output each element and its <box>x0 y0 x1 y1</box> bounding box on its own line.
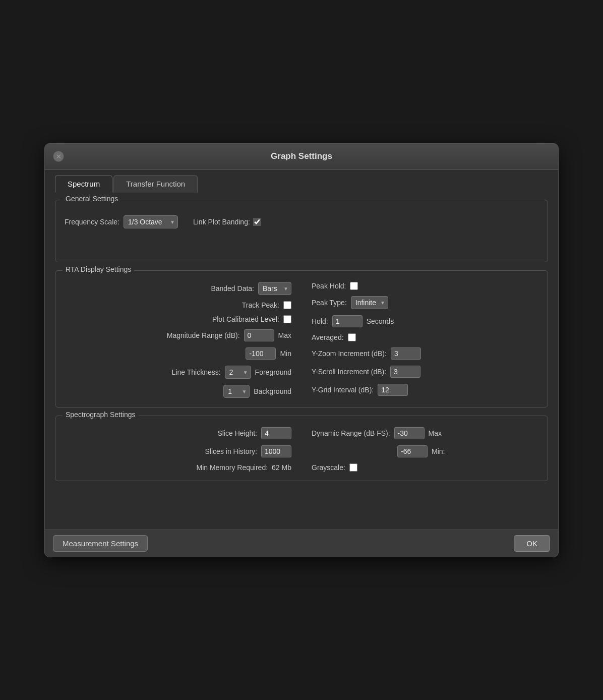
title-bar: ✕ Graph Settings <box>45 144 558 170</box>
magnitude-min-input[interactable] <box>246 347 276 360</box>
magnitude-range-label: Magnitude Range (dB): <box>167 331 240 339</box>
averaged-label: Averaged: <box>312 333 344 341</box>
magnitude-max-unit: Max <box>278 331 291 339</box>
line-thickness-fg-row: Line Thickness: 2 1 3 ▼ Foreground <box>65 366 291 379</box>
peak-type-select-container: Infinite Decay Hold ▼ <box>351 296 388 309</box>
averaged-row: Averaged: <box>312 333 538 341</box>
general-settings-title: General Settings <box>63 195 121 203</box>
banded-data-select-container: Bars Lines Dots ▼ <box>258 282 291 295</box>
spectrograph-settings-section: Spectrograph Settings Slice Height: Slic… <box>55 416 548 481</box>
line-thickness-bg-select[interactable]: 1 2 3 <box>223 385 250 398</box>
rta-settings-section: RTA Display Settings Banded Data: Bars L… <box>55 270 548 407</box>
peak-type-label: Peak Type: <box>312 299 347 307</box>
ok-button[interactable]: OK <box>514 535 550 552</box>
rta-settings-title: RTA Display Settings <box>63 265 134 273</box>
general-settings-row: Frequency Scale: 1/3 Octave 1/6 Octave 1… <box>65 211 538 232</box>
min-memory-label: Min Memory Required: <box>196 463 268 472</box>
plot-calibrated-row: Plot Calibrated Level: <box>65 315 291 323</box>
line-thickness-label: Line Thickness: <box>172 368 221 376</box>
banded-data-row: Banded Data: Bars Lines Dots ▼ <box>65 282 291 295</box>
dynamic-range-min-input[interactable] <box>397 445 428 457</box>
hold-label: Hold: <box>312 317 328 325</box>
peak-hold-label: Peak Hold: <box>312 282 346 290</box>
tab-spectrum[interactable]: Spectrum <box>55 175 112 193</box>
dynamic-range-max-input[interactable] <box>394 427 425 439</box>
y-grid-label: Y-Grid Interval (dB): <box>312 386 374 394</box>
plot-calibrated-label: Plot Calibrated Level: <box>212 315 279 323</box>
link-plot-banding-label: Link Plot Banding: <box>193 218 250 226</box>
y-scroll-input[interactable] <box>390 366 420 378</box>
dynamic-range-label: Dynamic Range (dB FS): <box>312 429 390 437</box>
y-grid-input[interactable] <box>378 384 408 396</box>
line-thickness-bg-label: Background <box>254 387 291 395</box>
magnitude-max-input[interactable] <box>244 329 274 341</box>
dynamic-range-min-row: Min: <box>312 445 538 457</box>
track-peak-row: Track Peak: <box>65 301 291 309</box>
peak-hold-row: Peak Hold: <box>312 282 538 290</box>
content-area: General Settings Frequency Scale: 1/3 Oc… <box>45 193 558 530</box>
line-thickness-fg-label: Foreground <box>255 368 291 376</box>
line-thickness-bg-select-container: 1 2 3 ▼ <box>223 385 250 398</box>
grayscale-checkbox[interactable] <box>349 463 357 472</box>
general-settings-section: General Settings Frequency Scale: 1/3 Oc… <box>55 200 548 262</box>
measurement-settings-button[interactable]: Measurement Settings <box>53 535 148 552</box>
track-peak-checkbox[interactable] <box>283 301 291 309</box>
line-thickness-fg-select[interactable]: 2 1 3 <box>225 366 251 379</box>
close-button[interactable]: ✕ <box>53 151 64 162</box>
line-thickness-bg-row: 1 2 3 ▼ Background <box>65 385 291 398</box>
magnitude-min-unit: Min <box>280 349 291 358</box>
min-memory-value: 62 Mb <box>272 463 291 472</box>
y-scroll-row: Y-Scroll Increment (dB): <box>312 366 538 378</box>
content-spacer <box>55 489 548 519</box>
magnitude-min-row: Min <box>65 347 291 360</box>
main-window: ✕ Graph Settings Spectrum Transfer Funct… <box>44 143 559 557</box>
track-peak-label: Track Peak: <box>242 301 279 309</box>
line-thickness-fg-select-container: 2 1 3 ▼ <box>225 366 251 379</box>
dynamic-range-min-unit: Min: <box>432 447 445 455</box>
min-memory-row: Min Memory Required: 62 Mb <box>65 463 291 472</box>
y-grid-row: Y-Grid Interval (dB): <box>312 384 538 396</box>
y-zoom-label: Y-Zoom Increment (dB): <box>312 349 387 358</box>
dynamic-range-max-row: Dynamic Range (dB FS): Max <box>312 427 538 439</box>
hold-unit: Seconds <box>367 317 394 325</box>
spectrograph-settings-title: Spectrograph Settings <box>63 411 139 419</box>
banded-data-select[interactable]: Bars Lines Dots <box>258 282 291 295</box>
y-zoom-input[interactable] <box>391 347 421 360</box>
link-plot-banding-row: Link Plot Banding: <box>193 218 261 226</box>
link-plot-banding-checkbox[interactable] <box>253 218 261 226</box>
magnitude-range-row: Magnitude Range (dB): Max <box>65 329 291 341</box>
peak-type-row: Peak Type: Infinite Decay Hold ▼ <box>312 296 538 309</box>
slice-height-input[interactable] <box>261 427 291 439</box>
tab-transfer-function[interactable]: Transfer Function <box>113 175 198 193</box>
banded-data-label: Banded Data: <box>211 284 254 293</box>
dynamic-range-max-unit: Max <box>429 429 442 437</box>
tabs-bar: Spectrum Transfer Function <box>45 170 558 193</box>
averaged-checkbox[interactable] <box>348 333 356 341</box>
slice-height-row: Slice Height: <box>65 427 291 439</box>
peak-hold-checkbox[interactable] <box>350 282 358 290</box>
bottom-bar: Measurement Settings OK <box>45 530 558 557</box>
y-scroll-label: Y-Scroll Increment (dB): <box>312 368 386 376</box>
frequency-scale-select[interactable]: 1/3 Octave 1/6 Octave 1/12 Octave 1/24 O… <box>124 215 178 228</box>
hold-input[interactable] <box>332 315 363 327</box>
window-title: Graph Settings <box>271 151 332 161</box>
slices-history-row: Slices in History: <box>65 445 291 457</box>
slice-height-label: Slice Height: <box>217 429 257 437</box>
plot-calibrated-checkbox[interactable] <box>283 315 291 323</box>
grayscale-row: Grayscale: <box>312 463 538 472</box>
frequency-scale-label: Frequency Scale: <box>65 218 119 226</box>
slices-history-label: Slices in History: <box>205 447 257 455</box>
peak-type-select[interactable]: Infinite Decay Hold <box>351 296 388 309</box>
y-zoom-row: Y-Zoom Increment (dB): <box>312 347 538 360</box>
grayscale-label: Grayscale: <box>312 463 345 472</box>
frequency-scale-select-container: 1/3 Octave 1/6 Octave 1/12 Octave 1/24 O… <box>124 215 178 228</box>
slices-history-input[interactable] <box>261 445 291 457</box>
hold-row: Hold: Seconds <box>312 315 538 327</box>
